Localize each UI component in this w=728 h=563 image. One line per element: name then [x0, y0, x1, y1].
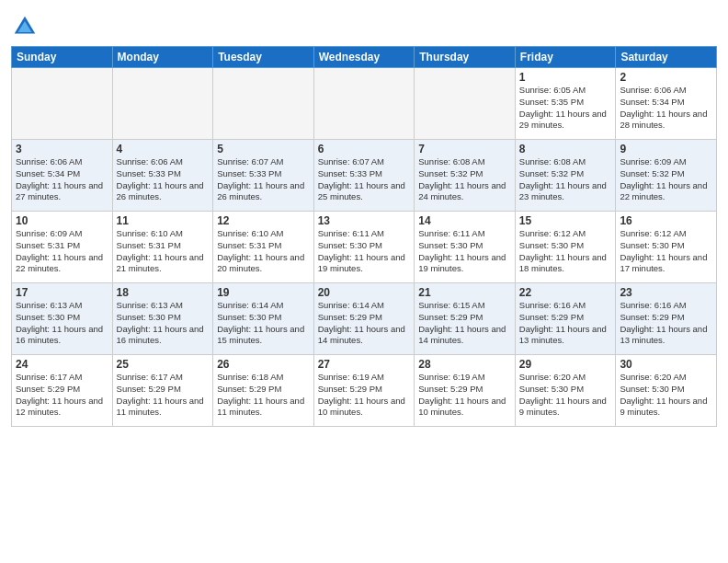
day-info: Sunrise: 6:11 AM Sunset: 5:30 PM Dayligh… — [318, 228, 405, 273]
day-cell-16: 16Sunrise: 6:12 AM Sunset: 5:30 PM Dayli… — [616, 212, 717, 283]
day-number: 3 — [16, 143, 108, 155]
day-info: Sunrise: 6:19 AM Sunset: 5:29 PM Dayligh… — [318, 372, 405, 417]
day-number: 14 — [418, 214, 511, 227]
day-cell-28: 28Sunrise: 6:19 AM Sunset: 5:29 PM Dayli… — [415, 355, 516, 427]
day-number: 7 — [418, 143, 511, 155]
day-number: 22 — [519, 286, 612, 299]
day-number: 18 — [117, 286, 210, 299]
day-info: Sunrise: 6:16 AM Sunset: 5:29 PM Dayligh… — [620, 300, 707, 345]
day-info: Sunrise: 6:06 AM Sunset: 5:33 PM Dayligh… — [117, 156, 204, 201]
day-number: 9 — [620, 143, 712, 155]
day-info: Sunrise: 6:11 AM Sunset: 5:30 PM Dayligh… — [418, 228, 506, 273]
day-cell-empty-2 — [213, 68, 314, 140]
day-cell-4: 4Sunrise: 6:06 AM Sunset: 5:33 PM Daylig… — [112, 140, 213, 212]
header-cell-monday: Monday — [112, 47, 213, 68]
day-cell-26: 26Sunrise: 6:18 AM Sunset: 5:29 PM Dayli… — [213, 355, 314, 427]
day-info: Sunrise: 6:07 AM Sunset: 5:33 PM Dayligh… — [217, 156, 304, 201]
day-number: 24 — [16, 358, 108, 371]
header-cell-wednesday: Wednesday — [313, 47, 415, 68]
day-info: Sunrise: 6:14 AM Sunset: 5:30 PM Dayligh… — [217, 300, 304, 345]
day-cell-12: 12Sunrise: 6:10 AM Sunset: 5:31 PM Dayli… — [213, 212, 314, 283]
calendar-body: 1Sunrise: 6:05 AM Sunset: 5:35 PM Daylig… — [12, 68, 717, 427]
header-cell-friday: Friday — [515, 47, 616, 68]
day-number: 5 — [217, 143, 310, 155]
day-info: Sunrise: 6:09 AM Sunset: 5:32 PM Dayligh… — [620, 156, 707, 201]
day-cell-21: 21Sunrise: 6:15 AM Sunset: 5:29 PM Dayli… — [415, 283, 516, 355]
day-number: 19 — [217, 286, 310, 299]
day-cell-empty-4 — [415, 68, 516, 140]
week-row-3: 10Sunrise: 6:09 AM Sunset: 5:31 PM Dayli… — [12, 212, 717, 283]
day-cell-empty-3 — [313, 68, 415, 140]
week-row-1: 1Sunrise: 6:05 AM Sunset: 5:35 PM Daylig… — [12, 68, 717, 140]
calendar: SundayMondayTuesdayWednesdayThursdayFrid… — [11, 46, 717, 427]
day-cell-empty-1 — [112, 68, 213, 140]
day-info: Sunrise: 6:08 AM Sunset: 5:32 PM Dayligh… — [519, 156, 607, 201]
day-info: Sunrise: 6:09 AM Sunset: 5:31 PM Dayligh… — [16, 228, 103, 273]
day-info: Sunrise: 6:17 AM Sunset: 5:29 PM Dayligh… — [117, 372, 204, 417]
day-cell-1: 1Sunrise: 6:05 AM Sunset: 5:35 PM Daylig… — [515, 68, 616, 140]
day-cell-9: 9Sunrise: 6:09 AM Sunset: 5:32 PM Daylig… — [616, 140, 717, 212]
day-cell-18: 18Sunrise: 6:13 AM Sunset: 5:30 PM Dayli… — [112, 283, 213, 355]
day-cell-8: 8Sunrise: 6:08 AM Sunset: 5:32 PM Daylig… — [515, 140, 616, 212]
day-cell-6: 6Sunrise: 6:07 AM Sunset: 5:33 PM Daylig… — [313, 140, 415, 212]
day-number: 8 — [519, 143, 612, 155]
day-number: 2 — [620, 71, 712, 84]
day-info: Sunrise: 6:10 AM Sunset: 5:31 PM Dayligh… — [217, 228, 304, 273]
day-cell-17: 17Sunrise: 6:13 AM Sunset: 5:30 PM Dayli… — [12, 283, 113, 355]
day-cell-20: 20Sunrise: 6:14 AM Sunset: 5:29 PM Dayli… — [313, 283, 415, 355]
day-info: Sunrise: 6:19 AM Sunset: 5:29 PM Dayligh… — [418, 372, 506, 417]
day-cell-22: 22Sunrise: 6:16 AM Sunset: 5:29 PM Dayli… — [515, 283, 616, 355]
day-number: 6 — [318, 143, 411, 155]
day-cell-29: 29Sunrise: 6:20 AM Sunset: 5:30 PM Dayli… — [515, 355, 616, 427]
header-cell-thursday: Thursday — [415, 47, 516, 68]
day-info: Sunrise: 6:05 AM Sunset: 5:35 PM Dayligh… — [519, 85, 607, 130]
day-info: Sunrise: 6:12 AM Sunset: 5:30 PM Dayligh… — [620, 228, 707, 273]
day-info: Sunrise: 6:13 AM Sunset: 5:30 PM Dayligh… — [16, 300, 103, 345]
day-number: 16 — [620, 214, 712, 227]
day-number: 13 — [318, 214, 411, 227]
week-row-5: 24Sunrise: 6:17 AM Sunset: 5:29 PM Dayli… — [12, 355, 717, 427]
day-number: 29 — [519, 358, 612, 371]
day-info: Sunrise: 6:17 AM Sunset: 5:29 PM Dayligh… — [16, 372, 103, 417]
day-info: Sunrise: 6:14 AM Sunset: 5:29 PM Dayligh… — [318, 300, 405, 345]
day-info: Sunrise: 6:20 AM Sunset: 5:30 PM Dayligh… — [620, 372, 707, 417]
day-number: 10 — [16, 214, 108, 227]
day-cell-7: 7Sunrise: 6:08 AM Sunset: 5:32 PM Daylig… — [415, 140, 516, 212]
day-number: 1 — [519, 71, 612, 84]
day-number: 21 — [418, 286, 511, 299]
day-number: 23 — [620, 286, 712, 299]
day-number: 15 — [519, 214, 612, 227]
day-cell-10: 10Sunrise: 6:09 AM Sunset: 5:31 PM Dayli… — [12, 212, 113, 283]
day-info: Sunrise: 6:07 AM Sunset: 5:33 PM Dayligh… — [318, 156, 405, 201]
header — [11, 9, 717, 40]
day-info: Sunrise: 6:13 AM Sunset: 5:30 PM Dayligh… — [117, 300, 204, 345]
day-number: 17 — [16, 286, 108, 299]
day-info: Sunrise: 6:16 AM Sunset: 5:29 PM Dayligh… — [519, 300, 607, 345]
day-info: Sunrise: 6:20 AM Sunset: 5:30 PM Dayligh… — [519, 372, 607, 417]
day-number: 26 — [217, 358, 310, 371]
day-info: Sunrise: 6:15 AM Sunset: 5:29 PM Dayligh… — [418, 300, 506, 345]
day-cell-19: 19Sunrise: 6:14 AM Sunset: 5:30 PM Dayli… — [213, 283, 314, 355]
day-cell-27: 27Sunrise: 6:19 AM Sunset: 5:29 PM Dayli… — [313, 355, 415, 427]
day-number: 11 — [117, 214, 210, 227]
day-cell-15: 15Sunrise: 6:12 AM Sunset: 5:30 PM Dayli… — [515, 212, 616, 283]
day-number: 27 — [318, 358, 411, 371]
day-number: 30 — [620, 358, 712, 371]
day-cell-5: 5Sunrise: 6:07 AM Sunset: 5:33 PM Daylig… — [213, 140, 314, 212]
day-info: Sunrise: 6:08 AM Sunset: 5:32 PM Dayligh… — [418, 156, 506, 201]
logo — [11, 13, 41, 40]
day-cell-23: 23Sunrise: 6:16 AM Sunset: 5:29 PM Dayli… — [616, 283, 717, 355]
day-cell-13: 13Sunrise: 6:11 AM Sunset: 5:30 PM Dayli… — [313, 212, 415, 283]
day-info: Sunrise: 6:18 AM Sunset: 5:29 PM Dayligh… — [217, 372, 304, 417]
week-row-4: 17Sunrise: 6:13 AM Sunset: 5:30 PM Dayli… — [12, 283, 717, 355]
day-cell-empty-0 — [12, 68, 113, 140]
header-cell-saturday: Saturday — [616, 47, 717, 68]
day-cell-11: 11Sunrise: 6:10 AM Sunset: 5:31 PM Dayli… — [112, 212, 213, 283]
day-info: Sunrise: 6:10 AM Sunset: 5:31 PM Dayligh… — [117, 228, 204, 273]
day-number: 25 — [117, 358, 210, 371]
logo-icon — [11, 13, 39, 40]
calendar-header: SundayMondayTuesdayWednesdayThursdayFrid… — [12, 47, 717, 68]
week-row-2: 3Sunrise: 6:06 AM Sunset: 5:34 PM Daylig… — [12, 140, 717, 212]
day-cell-3: 3Sunrise: 6:06 AM Sunset: 5:34 PM Daylig… — [12, 140, 113, 212]
page: SundayMondayTuesdayWednesdayThursdayFrid… — [0, 0, 728, 563]
